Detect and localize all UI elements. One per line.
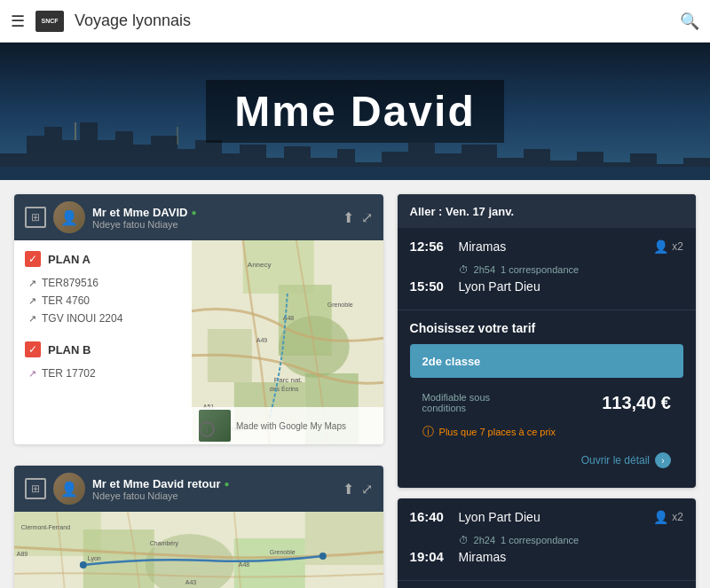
hero-name: Mme David bbox=[234, 88, 475, 135]
journey-1-route: 12:56 Miramas 👤 x2 ⏱ 2h54 1 correspondan… bbox=[398, 228, 696, 310]
main-content: ⊞ 👤 Mr et Mme DAVID ● Ndeye fatou Ndiaye… bbox=[0, 180, 710, 588]
warning-text: Plus que 7 places à ce prix bbox=[439, 427, 556, 437]
card-2-info: Mr et Mme David retour ● Ndeye fatou Ndi… bbox=[92, 477, 335, 501]
card-1-dot: ● bbox=[191, 208, 196, 217]
clock-icon-2: ⏱ bbox=[459, 535, 469, 545]
card-1-name: Mr et Mme DAVID bbox=[92, 206, 187, 219]
list-item: ↗ TER879516 bbox=[25, 274, 181, 292]
journey-2-route: 16:40 Lyon Part Dieu 👤 x2 ⏱ 2h24 1 corre… bbox=[398, 498, 696, 581]
tariff-warning-1: ⓘ Plus que 7 places à ce prix bbox=[410, 420, 683, 447]
journey-1-duration: ⏱ 2h54 1 correspondance bbox=[410, 259, 683, 278]
journey-arrive-station: Lyon Part Dieu bbox=[459, 279, 540, 294]
plan-b-title: PLAN B bbox=[48, 343, 91, 357]
tariff-option-1[interactable]: 2de classe bbox=[410, 344, 683, 378]
tariff-title-1: Choisissez votre tarif bbox=[410, 321, 683, 335]
journey-arrive-time: 15:50 bbox=[410, 278, 450, 294]
card-2-name: Mr et Mme David retour bbox=[92, 477, 220, 490]
journey-1-header: Aller : Ven. 17 janv. bbox=[398, 194, 696, 228]
journey-2-stop-1: 16:40 Lyon Part Dieu 👤 x2 bbox=[410, 509, 683, 524]
share-button-2[interactable]: ⬆ bbox=[343, 481, 354, 498]
clock-icon: ⏱ bbox=[459, 264, 469, 275]
card-2-dot: ● bbox=[224, 479, 229, 489]
avatar-2: 👤 bbox=[53, 473, 85, 505]
journey-stop-2: 15:50 Lyon Part Dieu bbox=[410, 278, 683, 294]
card-1-subtitle: Ndeye fatou Ndiaye bbox=[92, 219, 335, 230]
card-2-header: ⊞ 👤 Mr et Mme David retour ● Ndeye fatou… bbox=[14, 466, 383, 512]
journey-2-duration: ⏱ 2h24 1 correspondance bbox=[410, 529, 683, 549]
menu-icon[interactable]: ☰ bbox=[11, 12, 25, 31]
svg-text:Clermont-Ferrand: Clermont-Ferrand bbox=[21, 524, 70, 530]
svg-text:Grenoble: Grenoble bbox=[270, 549, 296, 555]
tariff-section-2: Choisissez votre tarif 2de classe bbox=[398, 581, 696, 588]
card-1-header: ⊞ 👤 Mr et Mme DAVID ● Ndeye fatou Ndiaye… bbox=[14, 194, 383, 240]
avatar-1: 👤 bbox=[53, 201, 85, 233]
arrow-circle-icon: › bbox=[655, 452, 671, 468]
expand-button-2[interactable]: ⤢ bbox=[361, 481, 373, 498]
journey-passengers: 👤 x2 bbox=[653, 239, 683, 254]
person-icon-2: 👤 bbox=[653, 510, 668, 524]
duration-text: 2h54 bbox=[474, 264, 495, 275]
info-icon[interactable]: i bbox=[199, 421, 215, 437]
journey-card-1: Aller : Ven. 17 janv. 12:56 Miramas 👤 x2… bbox=[398, 194, 696, 488]
svg-text:Annecy: Annecy bbox=[248, 261, 272, 269]
plan-a-checkbox[interactable]: ✓ bbox=[25, 251, 41, 267]
journey-2-passengers: 👤 x2 bbox=[653, 510, 683, 524]
card-icon-2: ⊞ bbox=[25, 478, 46, 499]
card-icon: ⊞ bbox=[25, 207, 46, 228]
app-header: ☰ SNCF Voyage lyonnais 🔍 bbox=[0, 0, 710, 43]
card-1-map: Annecy Grenoble A48 A49 Parc nat. des Éc… bbox=[192, 240, 383, 444]
svg-text:A89: A89 bbox=[17, 551, 28, 557]
correspondance-text: 1 correspondance bbox=[501, 264, 579, 275]
journey-stop-1: 12:56 Miramas 👤 x2 bbox=[410, 239, 683, 254]
journey-2-arrive-time: 19:04 bbox=[410, 549, 450, 564]
svg-point-33 bbox=[320, 553, 327, 560]
share-button-1[interactable]: ⬆ bbox=[343, 209, 354, 226]
trip-card-1: ⊞ 👤 Mr et Mme DAVID ● Ndeye fatou Ndiaye… bbox=[14, 194, 383, 444]
train-icon: ↗ bbox=[28, 295, 36, 307]
plan-a-header: ✓ PLAN A bbox=[25, 251, 181, 267]
svg-text:A43: A43 bbox=[185, 579, 197, 585]
train-icon: ↗ bbox=[28, 313, 36, 325]
tariff-link-text: Ouvrir le détail bbox=[581, 454, 650, 466]
warning-icon: ⓘ bbox=[422, 424, 434, 440]
journey-depart-station: Miramas bbox=[459, 239, 507, 254]
journey-2-stop-2: 19:04 Miramas bbox=[410, 549, 683, 564]
plan-b-checkbox[interactable]: ✓ bbox=[25, 341, 41, 357]
card-1-list: ✓ PLAN A ↗ TER879516 ↗ TER 4760 ↗ bbox=[14, 240, 192, 444]
svg-point-32 bbox=[80, 561, 87, 568]
correspondance-text-2: 1 correspondance bbox=[501, 535, 579, 545]
search-icon[interactable]: 🔍 bbox=[680, 12, 699, 31]
svg-text:Chambéry: Chambéry bbox=[150, 540, 179, 547]
tariff-details-1: Modifiable sous conditions 113,40 € bbox=[410, 385, 683, 420]
duration-text-2: 2h24 bbox=[474, 535, 495, 545]
passenger-count: x2 bbox=[672, 240, 683, 253]
svg-rect-3 bbox=[0, 167, 710, 180]
expand-button-1[interactable]: ⤢ bbox=[361, 209, 373, 226]
left-column: ⊞ 👤 Mr et Mme DAVID ● Ndeye fatou Ndiaye… bbox=[14, 194, 383, 588]
card-2-body: Clermont-Ferrand Lyon A89 Chambéry A43 A… bbox=[14, 512, 383, 588]
card-1-actions: ⬆ ⤢ bbox=[343, 209, 373, 226]
plan-b-section: ✓ PLAN B ↗ TER 17702 bbox=[25, 341, 181, 382]
journey-card-2: 16:40 Lyon Part Dieu 👤 x2 ⏱ 2h24 1 corre… bbox=[398, 498, 696, 588]
journey-1-date: Aller : Ven. 17 janv. bbox=[410, 205, 515, 218]
card-2-map: Clermont-Ferrand Lyon A89 Chambéry A43 A… bbox=[14, 512, 383, 588]
plan-b-header: ✓ PLAN B bbox=[25, 341, 181, 357]
plan-a-title: PLAN A bbox=[48, 253, 91, 266]
svg-text:Grenoble: Grenoble bbox=[327, 302, 353, 308]
journey-2-depart-time: 16:40 bbox=[410, 509, 450, 524]
tariff-link-1[interactable]: Ouvrir le détail › bbox=[410, 447, 683, 477]
map-footer-1: Made with Google My Maps bbox=[192, 407, 383, 444]
app-logo: SNCF bbox=[36, 11, 64, 32]
plan-a-section: ✓ PLAN A ↗ TER879516 ↗ TER 4760 ↗ bbox=[25, 251, 181, 327]
trip-card-2: ⊞ 👤 Mr et Mme David retour ● Ndeye fatou… bbox=[14, 466, 383, 588]
card-2-actions: ⬆ ⤢ bbox=[343, 481, 373, 498]
journey-depart-time: 12:56 bbox=[410, 239, 450, 254]
svg-text:A49: A49 bbox=[256, 337, 268, 343]
train-name: TER 17702 bbox=[42, 367, 96, 380]
tariff-class-1: 2de classe bbox=[422, 355, 481, 368]
hero-name-box: Mme David bbox=[206, 80, 503, 143]
passenger-count-2: x2 bbox=[672, 511, 683, 523]
tariff-conditions-2: conditions bbox=[422, 403, 490, 413]
journey-2-arrive-station: Miramas bbox=[459, 550, 507, 564]
person-icon: 👤 bbox=[653, 239, 668, 254]
